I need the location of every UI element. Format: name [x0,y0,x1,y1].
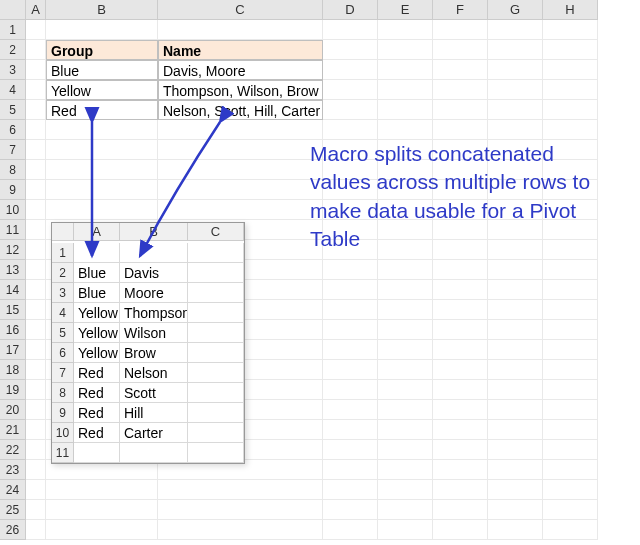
cell[interactable] [26,120,46,140]
cell[interactable] [26,220,46,240]
cell-group[interactable]: Red [46,100,158,120]
cell[interactable] [26,360,46,380]
cell[interactable] [158,180,323,200]
embed-cell[interactable]: Red [74,383,120,403]
embed-select-all[interactable] [52,223,74,241]
row-header[interactable]: 5 [0,100,26,120]
cell-group[interactable]: Blue [46,60,158,80]
embed-cell[interactable] [188,303,244,323]
cell[interactable] [433,300,488,320]
embed-row-header[interactable]: 10 [52,423,74,443]
embed-cell[interactable]: Blue [74,283,120,303]
cell[interactable] [488,40,543,60]
cell[interactable] [488,500,543,520]
cell[interactable] [323,380,378,400]
cell[interactable] [378,320,433,340]
embed-cell[interactable] [188,263,244,283]
cell[interactable] [26,380,46,400]
row-header[interactable]: 13 [0,260,26,280]
cell[interactable] [323,60,378,80]
cell[interactable] [488,340,543,360]
cell[interactable] [323,520,378,540]
row-header[interactable]: 1 [0,20,26,40]
cell[interactable] [378,60,433,80]
row-header[interactable]: 18 [0,360,26,380]
cell[interactable] [433,500,488,520]
row-header[interactable]: 22 [0,440,26,460]
cell[interactable] [158,160,323,180]
cell[interactable] [488,360,543,380]
cell[interactable] [26,140,46,160]
cell[interactable] [433,100,488,120]
cell[interactable] [543,520,598,540]
cell[interactable] [488,260,543,280]
row-header[interactable]: 16 [0,320,26,340]
cell[interactable] [26,80,46,100]
row-header[interactable]: 14 [0,280,26,300]
embed-cell[interactable]: Scott [120,383,188,403]
embed-row-header[interactable]: 3 [52,283,74,303]
cell[interactable] [543,420,598,440]
cell[interactable] [46,500,158,520]
cell[interactable] [433,520,488,540]
embed-cell[interactable] [188,283,244,303]
cell[interactable] [543,80,598,100]
row-header[interactable]: 10 [0,200,26,220]
cell[interactable] [543,40,598,60]
embed-cell[interactable] [188,363,244,383]
cell[interactable] [433,380,488,400]
col-header-g[interactable]: G [488,0,543,20]
cell[interactable] [433,40,488,60]
cell[interactable] [378,120,433,140]
row-header[interactable]: 23 [0,460,26,480]
cell[interactable] [488,400,543,420]
select-all-corner[interactable] [0,0,26,20]
cell[interactable] [378,520,433,540]
cell-group[interactable]: Yellow [46,80,158,100]
cell[interactable] [158,120,323,140]
embed-cell[interactable]: Red [74,403,120,423]
embed-cell[interactable]: Davis [120,263,188,283]
row-header[interactable]: 2 [0,40,26,60]
cell[interactable] [378,440,433,460]
row-header[interactable]: 15 [0,300,26,320]
embed-cell[interactable] [188,443,244,463]
col-header-a[interactable]: A [26,0,46,20]
cell[interactable] [26,280,46,300]
cell[interactable] [433,400,488,420]
cell[interactable] [323,280,378,300]
cell[interactable] [378,300,433,320]
cell[interactable] [433,280,488,300]
embed-col-b[interactable]: B [120,223,188,241]
embed-cell[interactable] [188,423,244,443]
embed-cell[interactable]: Red [74,423,120,443]
cell[interactable] [433,260,488,280]
cell[interactable] [378,100,433,120]
cell[interactable] [488,380,543,400]
cell[interactable] [26,520,46,540]
col-header-c[interactable]: C [158,0,323,20]
cell[interactable] [323,300,378,320]
cell[interactable] [543,280,598,300]
cell[interactable] [543,400,598,420]
cell[interactable] [26,440,46,460]
embed-row-header[interactable]: 8 [52,383,74,403]
cell[interactable] [26,100,46,120]
cell[interactable] [158,200,323,220]
cell[interactable] [26,340,46,360]
embed-cell[interactable] [188,383,244,403]
embed-cell[interactable] [188,243,244,263]
row-header[interactable]: 20 [0,400,26,420]
col-header-h[interactable]: H [543,0,598,20]
cell[interactable] [378,460,433,480]
row-header[interactable]: 6 [0,120,26,140]
embed-row-header[interactable]: 1 [52,243,74,263]
embed-row-header[interactable]: 9 [52,403,74,423]
embed-cell[interactable]: Red [74,363,120,383]
cell[interactable] [488,420,543,440]
cell[interactable] [46,120,158,140]
embed-row-header[interactable]: 4 [52,303,74,323]
embed-cell[interactable]: Thompson [120,303,188,323]
embed-row-header[interactable]: 11 [52,443,74,463]
embed-row-header[interactable]: 7 [52,363,74,383]
